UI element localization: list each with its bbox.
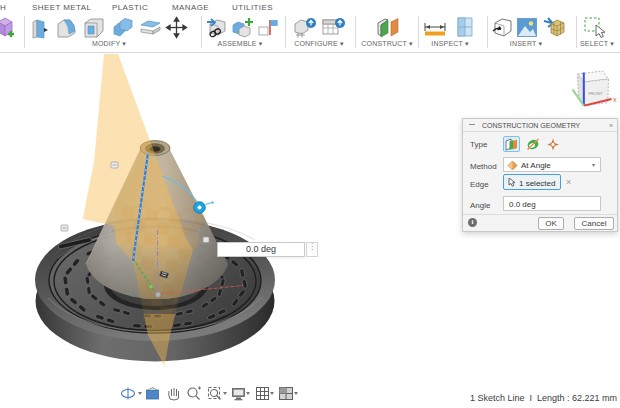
svg-text:FRONT: FRONT (589, 91, 604, 96)
svg-text:X: X (613, 97, 617, 103)
